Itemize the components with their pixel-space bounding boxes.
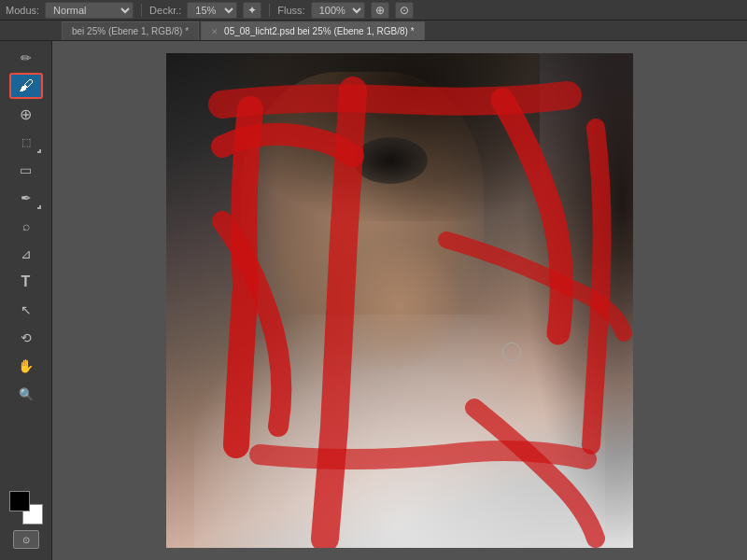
pen-corner xyxy=(37,205,41,209)
eraser-btn[interactable]: ⬚ xyxy=(9,129,43,155)
tab-close-icon[interactable]: ✕ xyxy=(211,27,218,36)
lasso-icon: ⟲ xyxy=(21,330,32,345)
top-toolbar: Modus: Normal Multiplizieren Abdunkeln D… xyxy=(0,0,747,21)
eyepatch-layer xyxy=(353,137,428,184)
pencil-tool-btn[interactable]: ✏ xyxy=(9,45,43,71)
zoom-btn[interactable]: 🔍 xyxy=(9,381,43,407)
blur-btn[interactable]: ⌕ xyxy=(9,213,43,239)
pencil-icon: ✏ xyxy=(21,50,32,65)
pressure-btn[interactable]: ⊕ xyxy=(371,2,389,19)
brush-icon: 🖌 xyxy=(19,77,34,94)
shape-btn[interactable]: ▭ xyxy=(9,157,43,183)
eraser-corner xyxy=(37,149,41,153)
hand-layer xyxy=(334,240,465,371)
main-area: ✏ 🖌 ⊕ ⬚ ▭ ✒ ⌕ ⊿ T xyxy=(0,41,747,560)
tab-2-label: 05_08_licht2.psd bei 25% (Ebene 1, RGB/8… xyxy=(224,26,414,36)
separator-1 xyxy=(141,4,142,17)
hand-icon: ✋ xyxy=(18,358,34,373)
pen-icon: ✒ xyxy=(21,190,32,205)
modus-label: Modus: xyxy=(6,5,39,16)
blur-icon: ⌕ xyxy=(22,218,30,233)
hand-btn[interactable]: ✋ xyxy=(9,353,43,379)
clone-stamp-icon: ⊕ xyxy=(20,105,32,123)
modus-select[interactable]: Normal Multiplizieren Abdunkeln xyxy=(45,2,134,19)
separator-2 xyxy=(269,4,270,17)
fluss-select[interactable]: 100% 75% 50% xyxy=(311,2,365,19)
pen-btn[interactable]: ✒ xyxy=(9,185,43,211)
target-btn[interactable]: ⊙ xyxy=(395,2,414,19)
tabs-bar: bei 25% (Ebene 1, RGB/8) * ✕ 05_08_licht… xyxy=(0,21,747,41)
eyedropper-icon: ⊿ xyxy=(21,246,32,261)
airbrush-btn[interactable]: ✦ xyxy=(243,2,261,19)
deckr-select[interactable]: 15% 25% 50% 100% xyxy=(187,2,237,19)
foreground-swatch[interactable] xyxy=(9,491,30,511)
clone-stamp-btn[interactable]: ⊕ xyxy=(9,101,43,127)
shape-icon: ▭ xyxy=(20,162,32,177)
photo-canvas xyxy=(166,53,633,548)
text-btn[interactable]: T xyxy=(9,269,43,295)
quick-mask-icon: ⊙ xyxy=(22,535,30,545)
zoom-icon: 🔍 xyxy=(19,387,34,401)
eraser-icon: ⬚ xyxy=(21,136,31,148)
color-swatches: ⊙ xyxy=(9,491,43,556)
path-select-icon: ↖ xyxy=(21,302,32,317)
quick-mask-btn[interactable]: ⊙ xyxy=(13,530,39,549)
eyedropper-btn[interactable]: ⊿ xyxy=(9,241,43,267)
left-toolbar: ✏ 🖌 ⊕ ⬚ ▭ ✒ ⌕ ⊿ T xyxy=(0,41,52,560)
tab-1-label: bei 25% (Ebene 1, RGB/8) * xyxy=(72,26,189,36)
fluss-label: Fluss: xyxy=(277,5,304,16)
canvas-area[interactable] xyxy=(52,41,747,560)
tab-1[interactable]: bei 25% (Ebene 1, RGB/8) * xyxy=(62,21,199,40)
lasso-btn[interactable]: ⟲ xyxy=(9,325,43,351)
path-select-btn[interactable]: ↖ xyxy=(9,297,43,323)
color-swatch-pair[interactable] xyxy=(9,491,43,525)
text-icon: T xyxy=(21,273,31,290)
brush-tool-btn[interactable]: 🖌 xyxy=(9,73,43,99)
tab-2[interactable]: ✕ 05_08_licht2.psd bei 25% (Ebene 1, RGB… xyxy=(201,21,424,40)
deckr-label: Deckr.: xyxy=(149,5,181,16)
